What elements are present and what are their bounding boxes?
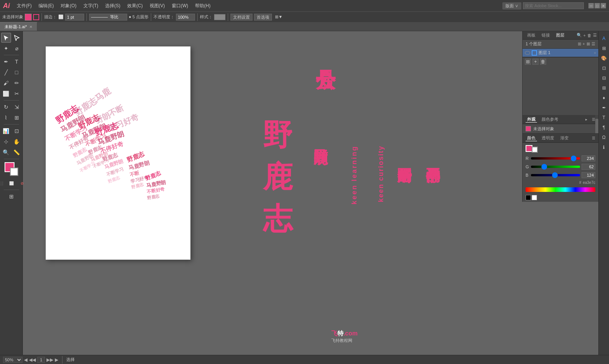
layers-new-icon[interactable]: + <box>583 42 585 46</box>
zoom-next-btn[interactable]: ▶ <box>55 357 58 362</box>
tab-artboard[interactable]: 画板 <box>524 31 539 39</box>
layers-add-icon[interactable]: + <box>583 33 586 38</box>
layer-lock-icon[interactable]: ○ <box>594 51 596 55</box>
tab-layers[interactable]: 图层 <box>553 31 567 39</box>
scissors-tool[interactable]: ✂ <box>12 89 22 99</box>
gradient-tab[interactable]: 渐变 <box>559 135 570 141</box>
color-panel-menu[interactable]: ☰ <box>592 136 595 140</box>
rotate-tool[interactable]: ↻ <box>1 102 11 112</box>
line-tool[interactable]: ╱ <box>1 67 11 77</box>
document-tab[interactable]: 未标题-1.ai* ✕ <box>0 22 37 31</box>
layers-options-icon[interactable]: ☰ <box>591 42 595 46</box>
menu-file[interactable]: 文件(F) <box>14 2 35 10</box>
zoom-tool[interactable]: 🔍 <box>1 147 11 157</box>
toolbar-fill-color[interactable] <box>25 14 32 21</box>
pencil-tool[interactable]: ✏ <box>12 78 22 88</box>
panel-icon-transform[interactable]: ⊡ <box>600 64 608 72</box>
rect-tool[interactable]: □ <box>12 67 22 77</box>
appearance-panel-expand[interactable]: ▸ <box>585 117 587 121</box>
slice-tool[interactable]: ⊹ <box>1 137 11 147</box>
arrange-btn[interactable]: ⊞▼ <box>275 14 283 19</box>
zoom-next-page-btn[interactable]: ▶▶ <box>46 357 53 362</box>
change-screen-mode[interactable]: ⊞ <box>5 192 18 201</box>
r-value-input[interactable]: 234 <box>582 155 595 161</box>
panel-icon-layers[interactable]: ⊞ <box>600 44 608 53</box>
scale-tool[interactable]: ⇲ <box>12 102 22 112</box>
line-type-input[interactable] <box>89 14 127 21</box>
panel-icon-brushes[interactable]: ✒ <box>600 104 608 112</box>
background-color[interactable] <box>10 168 18 176</box>
g-value-input[interactable]: 62 <box>582 164 595 170</box>
lasso-tool[interactable]: ⌀ <box>12 43 22 53</box>
appearance-panel-menu[interactable]: ☰ <box>592 117 595 121</box>
panel-icon-text[interactable]: T <box>600 113 608 122</box>
tab-links[interactable]: 链接 <box>539 31 553 39</box>
menu-object[interactable]: 对象(O) <box>58 2 79 10</box>
eraser-tool[interactable]: ⬜ <box>1 89 11 99</box>
panel-icon-color[interactable]: 🎨 <box>600 54 608 62</box>
graph-tool[interactable]: 📊 <box>1 126 11 136</box>
panel-icon-pathfinder[interactable]: ⊞ <box>600 84 608 92</box>
stock-search[interactable] <box>523 2 584 9</box>
tab-close-btn[interactable]: ✕ <box>29 25 32 29</box>
panel-icon-glyphs[interactable]: Ω <box>600 133 608 142</box>
layer-visibility-icon[interactable] <box>525 51 530 55</box>
zoom-prev-btn[interactable]: ◀ <box>24 357 27 362</box>
menu-edit[interactable]: 编辑(E) <box>35 2 57 10</box>
maximize-btn[interactable]: □ <box>595 3 600 8</box>
appearance-scroll-thumb[interactable] <box>595 119 598 134</box>
pen-tool[interactable]: ✒ <box>1 57 11 67</box>
active-stroke-swatch[interactable] <box>532 147 538 153</box>
layers-delete-icon[interactable]: 🗑 <box>587 33 591 38</box>
color-tab[interactable]: 颜色 <box>526 135 537 141</box>
paintbrush-tool[interactable]: 🖌 <box>1 78 11 88</box>
free-transform-tool[interactable]: ⊞ <box>12 113 22 123</box>
appearance-tab[interactable]: 外观 <box>526 117 537 123</box>
zoom-select[interactable]: 50% 25% 75% 100% <box>3 357 22 363</box>
color-spectrum-bar[interactable] <box>526 187 595 192</box>
menu-window[interactable]: 窗口(W) <box>169 2 191 10</box>
stroke-input[interactable] <box>65 14 84 21</box>
layer-item-1[interactable]: 图层 1 ○ <box>523 49 598 57</box>
direct-selection-tool[interactable] <box>12 33 22 43</box>
panel-icon-symbols[interactable]: ♦ <box>600 94 608 102</box>
none-btn[interactable]: ⊘ <box>17 178 27 188</box>
close-btn[interactable]: ✕ <box>601 3 606 8</box>
b-value-input[interactable]: 124 <box>582 172 595 178</box>
document-setup-btn[interactable]: 文档设置 <box>230 14 253 21</box>
layers-filter-icon[interactable]: ⊞ <box>578 42 581 46</box>
menu-effect[interactable]: 效果(C) <box>124 2 146 10</box>
menu-help[interactable]: 帮助(H) <box>192 2 214 10</box>
style-preview[interactable] <box>214 14 225 20</box>
layers-make-sublayer-btn[interactable]: ⊞ <box>525 59 531 65</box>
preferences-btn[interactable]: 首选项 <box>254 14 272 21</box>
hand-tool[interactable]: ✋ <box>12 137 22 147</box>
g-slider[interactable] <box>531 166 580 168</box>
text-tool[interactable]: T <box>12 57 22 67</box>
panel-icon-appearance[interactable]: A <box>600 34 608 43</box>
opacity-input[interactable] <box>176 14 195 21</box>
measure-tool[interactable]: 📏 <box>12 147 22 157</box>
panel-icon-align[interactable]: ⊟ <box>600 74 608 82</box>
page-number-input[interactable] <box>37 357 45 363</box>
layers-search-icon[interactable]: 🔍 <box>577 33 582 38</box>
color-reference-tab[interactable]: 颜色参考 <box>540 117 560 122</box>
warp-tool[interactable]: ⌇ <box>1 113 11 123</box>
menu-select[interactable]: 选择(S) <box>102 2 123 10</box>
white-swatch[interactable] <box>532 195 537 200</box>
menu-view[interactable]: 视图(V) <box>147 2 168 10</box>
transparency-tab[interactable]: 透明度 <box>540 135 556 141</box>
color-indicator[interactable] <box>5 162 18 176</box>
menu-text[interactable]: 文字(T) <box>80 2 101 10</box>
b-slider[interactable] <box>531 174 580 176</box>
magic-wand-tool[interactable]: ✦ <box>1 43 11 53</box>
layout-btn[interactable]: 版面 ∨ <box>502 2 521 10</box>
panel-icon-info[interactable]: ℹ <box>600 143 608 152</box>
panel-icon-paragraph[interactable]: ¶ <box>600 123 608 132</box>
minimize-btn[interactable]: ─ <box>588 3 594 8</box>
color-mode-btn[interactable]: ⬛ <box>0 178 6 188</box>
selection-tool[interactable] <box>1 33 11 43</box>
black-swatch[interactable] <box>526 195 531 200</box>
r-slider[interactable] <box>531 157 580 160</box>
artboard-tool[interactable]: ⊡ <box>12 126 22 136</box>
